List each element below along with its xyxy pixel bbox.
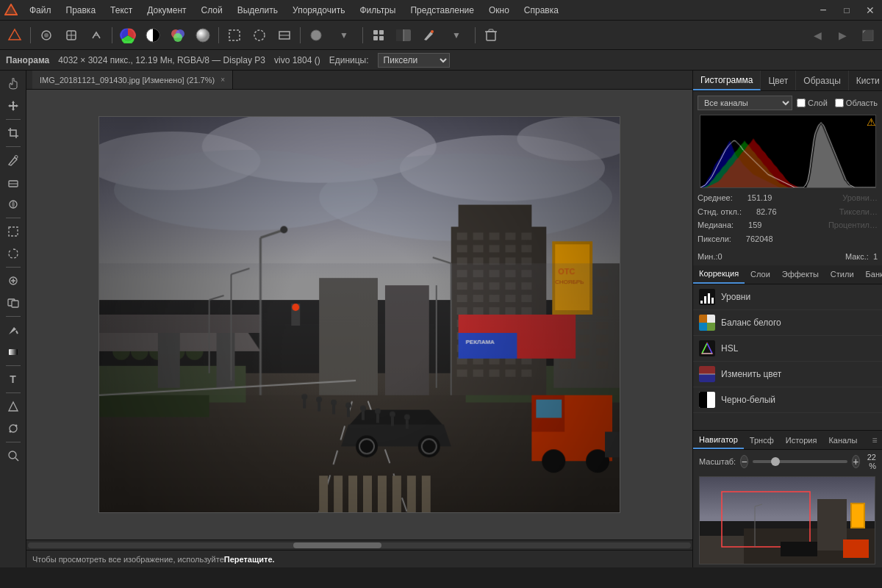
corr-tab-correction[interactable]: Коррекция	[693, 265, 745, 284]
histogram-stats: Среднее: 151.19 Уровни… Стнд. откл.: 82.…	[698, 188, 878, 249]
eraser-tool[interactable]	[3, 172, 24, 193]
corr-tab-layers[interactable]: Слои	[745, 265, 776, 284]
svg-rect-51	[700, 301, 703, 304]
close-tab-btn[interactable]: ×	[220, 76, 225, 84]
bw-contrast-btn[interactable]	[141, 24, 165, 46]
sep5	[6, 316, 21, 317]
panel-toggle-btn[interactable]: ⬛	[856, 24, 879, 46]
color-wheel-btn[interactable]	[116, 24, 140, 46]
zoom-out-btn[interactable]: −	[740, 455, 748, 468]
tab-brushes[interactable]: Кисти	[849, 71, 882, 90]
brush-dropdown-btn[interactable]: ▼	[442, 24, 471, 46]
close-button[interactable]: ✕	[858, 0, 882, 21]
grid-btn[interactable]	[367, 24, 390, 46]
compare-btn[interactable]	[392, 24, 415, 46]
zoom-in-btn[interactable]: +	[852, 455, 860, 468]
fill-btn[interactable]	[304, 24, 328, 46]
export-btn[interactable]	[85, 24, 108, 46]
corr-tab-bank[interactable]: Банк	[860, 265, 882, 284]
move-tool[interactable]	[3, 96, 24, 116]
zoom-tool[interactable]	[3, 445, 24, 466]
pixel-btn[interactable]	[60, 24, 83, 46]
main-area: T IMG_20181121_091430.jpg [Изменено] (21…	[0, 71, 882, 567]
canvas-tab-item[interactable]: IMG_20181121_091430.jpg [Изменено] (21.7…	[32, 71, 233, 89]
levels-btn[interactable]: Уровни…	[842, 191, 878, 205]
corr-tab-styles[interactable]: Стили	[825, 265, 860, 284]
menu-edit[interactable]: Правка	[59, 0, 104, 20]
sphere-btn[interactable]	[191, 24, 215, 46]
context-btn[interactable]	[35, 24, 58, 46]
color-circle-btn[interactable]	[166, 24, 190, 46]
nav-tab-transform[interactable]: Трнсф	[744, 431, 780, 449]
left-arrow-btn[interactable]: ◀	[806, 24, 829, 46]
dodge-tool[interactable]	[3, 194, 24, 215]
shape-tool[interactable]	[3, 396, 24, 417]
menu-select[interactable]: Выделить	[230, 0, 285, 20]
fill-dropdown-btn[interactable]: ▼	[329, 24, 359, 46]
menu-help[interactable]: Справка	[517, 0, 566, 20]
layer-checkbox[interactable]	[797, 98, 806, 107]
canvas-viewport[interactable]	[26, 90, 692, 539]
svg-rect-23	[373, 36, 378, 40]
vector-tool[interactable]	[3, 418, 24, 439]
heal-tool[interactable]	[3, 270, 24, 291]
nav-tab-more-btn[interactable]: ≡	[867, 435, 882, 445]
nav-tab-channels[interactable]: Каналы	[822, 431, 863, 449]
corr-item-levels[interactable]: Уровни	[693, 284, 882, 310]
nav-tab-navigator[interactable]: Навигатор	[693, 431, 744, 449]
tab-histogram[interactable]: Гистограмма	[693, 71, 761, 90]
menu-arrange[interactable]: Упорядочить	[285, 0, 352, 20]
affinity-logo-btn[interactable]	[3, 24, 26, 46]
nav-tab-history[interactable]: История	[780, 431, 823, 449]
percent-btn[interactable]: Процентил…	[828, 218, 878, 232]
rect-select-btn[interactable]	[223, 24, 246, 46]
corr-item-hsl[interactable]: HSL	[693, 336, 882, 362]
menu-document[interactable]: Документ	[140, 0, 193, 20]
brush-tool[interactable]	[3, 150, 24, 171]
sep1	[30, 27, 31, 43]
horizontal-scrollbar[interactable]	[26, 539, 692, 550]
channel-select[interactable]: Все каналы R G B A	[698, 96, 792, 110]
tab-samples[interactable]: Образцы	[796, 71, 848, 90]
corr-item-bw[interactable]: Черно-белый	[693, 387, 882, 413]
menu-window[interactable]: Окно	[481, 0, 517, 20]
units-select[interactable]: Пиксели Дюймы Сантиметры	[378, 53, 450, 68]
lasso-tool[interactable]	[3, 243, 24, 264]
max-value: 1	[873, 252, 878, 261]
levels-icon	[699, 289, 715, 305]
svg-point-17	[254, 30, 265, 40]
minimize-button[interactable]: −	[811, 0, 835, 21]
clone-tool[interactable]	[3, 293, 24, 313]
menu-file[interactable]: Файл	[22, 0, 59, 20]
selection-tool[interactable]	[3, 221, 24, 242]
sep7	[6, 392, 21, 393]
corr-item-recolor[interactable]: Изменить цвет	[693, 362, 882, 387]
right-arrow-btn[interactable]: ▶	[831, 24, 854, 46]
corr-item-wb[interactable]: Баланс белого	[693, 310, 882, 336]
curves-btn[interactable]: Тиксели…	[839, 205, 878, 219]
text-tool[interactable]: T	[3, 369, 24, 390]
menu-filters[interactable]: Фильтры	[352, 0, 403, 20]
ellipse-select-btn[interactable]	[248, 24, 271, 46]
tab-color[interactable]: Цвет	[761, 71, 796, 90]
crop-tool[interactable]	[3, 123, 24, 143]
maximize-button[interactable]: □	[835, 0, 858, 21]
col-select-btn[interactable]	[273, 24, 296, 46]
hand-tool[interactable]	[3, 74, 24, 94]
info-bar: Панорама 4032 × 3024 пикс., 12.19 Мн, RG…	[0, 50, 882, 71]
area-checkbox[interactable]	[835, 98, 844, 107]
bw-icon	[699, 392, 715, 408]
layer-checkbox-label[interactable]: Слой	[797, 98, 828, 107]
trash-btn[interactable]	[479, 24, 503, 46]
menu-text[interactable]: Текст	[103, 0, 140, 20]
status-hint: Чтобы просмотреть все изображение, испол…	[32, 555, 224, 564]
scrollbar-thumb[interactable]	[293, 542, 381, 548]
scale-slider[interactable]	[753, 460, 847, 463]
area-checkbox-label[interactable]: Область	[835, 98, 878, 107]
menu-layer[interactable]: Слой	[194, 0, 230, 20]
paint-fill-tool[interactable]	[3, 320, 24, 340]
corr-tab-effects[interactable]: Эффекты	[776, 265, 825, 284]
gradient-tool[interactable]	[3, 342, 24, 362]
brush-tool-btn[interactable]	[417, 24, 440, 46]
menu-view[interactable]: Представление	[403, 0, 481, 20]
